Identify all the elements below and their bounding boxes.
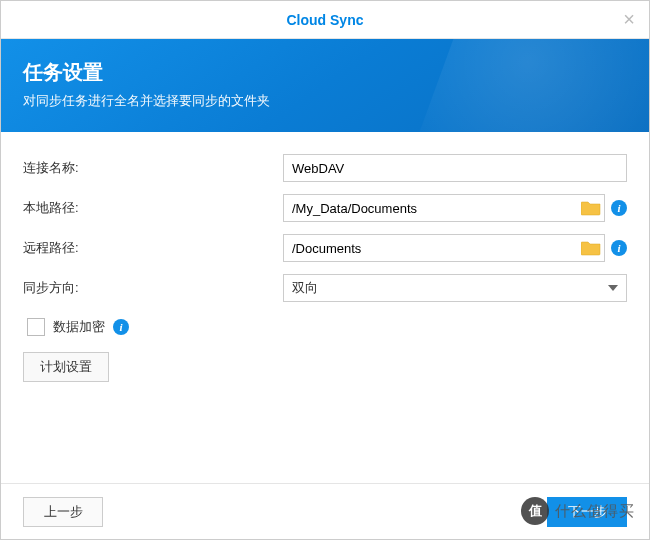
row-connection-name: 连接名称:: [23, 154, 627, 182]
input-remote-path[interactable]: [283, 234, 605, 262]
row-remote-path: 远程路径: i: [23, 234, 627, 262]
chevron-down-icon: [608, 285, 618, 291]
row-encryption: 数据加密 i: [23, 318, 627, 336]
app-title: Cloud Sync: [286, 12, 363, 28]
label-encryption: 数据加密: [53, 318, 105, 336]
close-icon[interactable]: ×: [623, 9, 635, 29]
select-sync-direction[interactable]: 双向: [283, 274, 627, 302]
input-connection-name[interactable]: [283, 154, 627, 182]
label-connection-name: 连接名称:: [23, 159, 283, 177]
info-icon[interactable]: i: [611, 240, 627, 256]
folder-icon[interactable]: [581, 240, 601, 256]
info-icon[interactable]: i: [611, 200, 627, 216]
row-schedule: 计划设置: [23, 348, 627, 382]
checkbox-encryption[interactable]: [27, 318, 45, 336]
input-local-path[interactable]: [283, 194, 605, 222]
banner-title: 任务设置: [23, 59, 627, 86]
back-button[interactable]: 上一步: [23, 497, 103, 527]
banner-subtitle: 对同步任务进行全名并选择要同步的文件夹: [23, 92, 627, 110]
label-remote-path: 远程路径:: [23, 239, 283, 257]
folder-icon[interactable]: [581, 200, 601, 216]
row-local-path: 本地路径: i: [23, 194, 627, 222]
dialog-window: Cloud Sync × 任务设置 对同步任务进行全名并选择要同步的文件夹 连接…: [0, 0, 650, 540]
info-icon[interactable]: i: [113, 319, 129, 335]
banner: 任务设置 对同步任务进行全名并选择要同步的文件夹: [1, 39, 649, 132]
select-sync-direction-value: 双向: [292, 279, 318, 297]
next-button[interactable]: 下一步: [547, 497, 627, 527]
schedule-settings-button[interactable]: 计划设置: [23, 352, 109, 382]
row-sync-direction: 同步方向: 双向: [23, 274, 627, 302]
footer: 上一步 下一步: [1, 483, 649, 539]
label-local-path: 本地路径:: [23, 199, 283, 217]
titlebar: Cloud Sync ×: [1, 1, 649, 39]
form-area: 连接名称: 本地路径: i 远程路径:: [1, 132, 649, 483]
label-sync-direction: 同步方向:: [23, 279, 283, 297]
